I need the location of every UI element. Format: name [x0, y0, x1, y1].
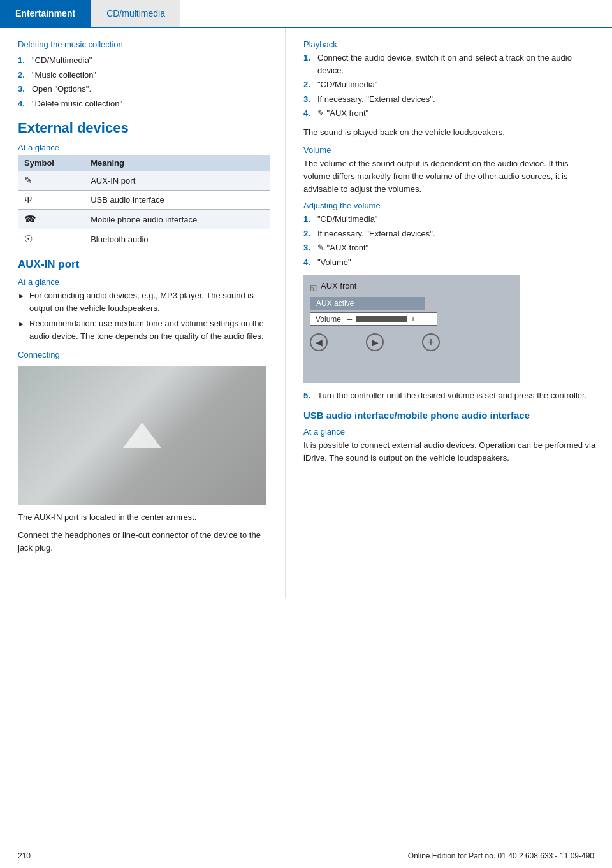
symbol-cell: Ψ	[18, 191, 84, 210]
tab-cd-multimedia[interactable]: CD/multimedia	[91, 0, 180, 27]
symbol-cell: ☉	[18, 229, 84, 249]
step-num: 2.	[303, 228, 317, 240]
step-num: 2.	[303, 78, 317, 91]
page-number: 210	[18, 851, 31, 860]
aux-screen-image: ◱ AUX front AUX active Volume – + ◀ ▶ +	[303, 275, 520, 383]
step-num: 3.	[18, 83, 32, 96]
bullet-arrow-icon: ►	[18, 289, 29, 314]
left-column: Deleting the music collection 1. "CD/Mul…	[0, 28, 286, 598]
aux-active-row: AUX active	[310, 297, 425, 310]
meaning-cell: USB audio interface	[84, 191, 270, 210]
step-text: ✎ "AUX front"	[317, 242, 368, 254]
step-text: Turn the controller until the desired vo…	[317, 389, 586, 402]
table-row: ✎ AUX-IN port	[18, 171, 270, 191]
list-item: ► For connecting audio devices, e.g., MP…	[18, 289, 270, 314]
tab-entertainment[interactable]: Entertainment	[0, 0, 91, 27]
tab-cd-multimedia-label: CD/multimedia	[106, 8, 165, 18]
list-item: 1. "CD/Multimedia"	[18, 54, 270, 67]
table-row: ☎ Mobile phone audio interface	[18, 210, 270, 229]
meaning-cell: AUX-IN port	[84, 171, 270, 191]
table-row: Ψ USB audio interface	[18, 191, 270, 210]
tab-entertainment-label: Entertainment	[15, 8, 75, 18]
step-text: If necessary. "External devices".	[317, 228, 435, 240]
aux-caption-2: Connect the headphones or line-out conne…	[18, 529, 270, 554]
step-num: 5.	[303, 389, 317, 402]
playback-steps-list: 1. Connect the audio device, switch it o…	[303, 52, 597, 120]
adjusting-steps-list: 1. "CD/Multimedia" 2. If necessary. "Ext…	[303, 213, 597, 268]
header-bar: Entertainment CD/multimedia	[0, 0, 612, 28]
playback-title: Playback	[303, 40, 597, 49]
list-item: 3. If necessary. "External devices".	[303, 93, 597, 106]
deleting-steps-list: 1. "CD/Multimedia" 2. "Music collection"…	[18, 54, 270, 110]
step5-list: 5. Turn the controller until the desired…	[303, 389, 597, 402]
connecting-image	[18, 366, 266, 505]
aux-nav-controls: ◀ ▶ +	[310, 333, 440, 351]
footer-text: Online Edition for Part no. 01 40 2 608 …	[408, 851, 594, 860]
step-num: 3.	[303, 242, 317, 254]
bullet-text: Recommendation: use medium tone and volu…	[29, 317, 270, 342]
right-column: Playback 1. Connect the audio device, sw…	[286, 28, 612, 598]
step-num: 1.	[303, 213, 317, 226]
col-symbol: Symbol	[18, 155, 84, 171]
nav-plus-icon: +	[422, 333, 440, 351]
connecting-title: Connecting	[18, 350, 270, 359]
table-header-row: Symbol Meaning	[18, 155, 270, 171]
list-item: 3. Open "Options".	[18, 83, 270, 96]
volume-label: Volume	[316, 315, 341, 324]
list-item: 5. Turn the controller until the desired…	[303, 389, 597, 402]
aux-in-heading: AUX-IN port	[18, 258, 270, 271]
list-item: 1. Connect the audio device, switch it o…	[303, 52, 597, 76]
step-text: If necessary. "External devices".	[317, 93, 435, 106]
at-a-glance-3: At a glance	[303, 427, 597, 437]
screen-icon: ◱	[310, 283, 317, 292]
step-num: 3.	[303, 93, 317, 106]
step-text: "Delete music collection"	[32, 98, 122, 110]
list-item: 4. ✎ "AUX front"	[303, 107, 597, 120]
step-num: 4.	[303, 256, 317, 269]
bullet-arrow-icon: ►	[18, 317, 29, 342]
at-a-glance-1: At a glance	[18, 143, 270, 152]
usb-icon: Ψ	[24, 194, 33, 205]
step-num: 1.	[18, 54, 32, 67]
step-num: 4.	[303, 107, 317, 120]
deleting-section: Deleting the music collection 1. "CD/Mul…	[18, 40, 270, 110]
adjusting-volume-title: Adjusting the volume	[303, 201, 597, 210]
step-num: 4.	[18, 98, 32, 110]
step-text: Open "Options".	[32, 83, 91, 96]
meaning-cell: Mobile phone audio interface	[84, 210, 270, 229]
list-item: 3. ✎ "AUX front"	[303, 242, 597, 254]
list-item: 2. "CD/Multimedia"	[303, 78, 597, 91]
aux-bullet-list: ► For connecting audio devices, e.g., MP…	[18, 289, 270, 342]
step-text: Connect the audio device, switch it on a…	[317, 52, 597, 76]
meaning-cell: Bluetooth audio	[84, 229, 270, 249]
step-text: "CD/Multimedia"	[317, 78, 377, 91]
list-item: 2. "Music collection"	[18, 69, 270, 82]
image-arrow-icon	[123, 423, 161, 448]
list-item: 2. If necessary. "External devices".	[303, 228, 597, 240]
step-num: 1.	[303, 52, 317, 76]
step-text: "CD/Multimedia"	[317, 213, 377, 226]
symbol-table: Symbol Meaning ✎ AUX-IN port Ψ USB audio…	[18, 155, 270, 249]
volume-text: The volume of the sound output is depend…	[303, 157, 597, 196]
usb-heading: USB audio interface/mobile phone audio i…	[303, 410, 597, 421]
step-text: ✎ "AUX front"	[317, 107, 368, 120]
list-item: ► Recommendation: use medium tone and vo…	[18, 317, 270, 342]
bullet-text: For connecting audio devices, e.g., MP3 …	[29, 289, 270, 314]
bluetooth-icon: ☉	[24, 233, 33, 244]
external-devices-heading: External devices	[18, 120, 270, 136]
aux-volume-row: Volume – +	[310, 312, 437, 326]
list-item: 4. "Volume"	[303, 256, 597, 269]
list-item: 1. "CD/Multimedia"	[303, 213, 597, 226]
table-row: ☉ Bluetooth audio	[18, 229, 270, 249]
aux-caption-1: The AUX-IN port is located in the center…	[18, 511, 270, 524]
volume-bar	[356, 316, 407, 322]
at-a-glance-2: At a glance	[18, 277, 270, 287]
list-item: 4. "Delete music collection"	[18, 98, 270, 110]
volume-title: Volume	[303, 145, 597, 155]
symbol-cell: ☎	[18, 210, 84, 229]
col-meaning: Meaning	[84, 155, 270, 171]
step-text: "Music collection"	[32, 69, 96, 82]
aux-icon: ✎	[24, 175, 33, 185]
minus-icon: –	[347, 314, 352, 324]
step-text: "Volume"	[317, 256, 351, 269]
